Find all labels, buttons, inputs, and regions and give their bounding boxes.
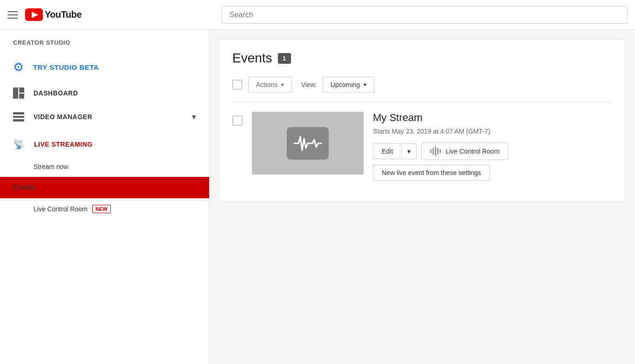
event-info: My Stream Starts May 23, 2019 at 4:07 AM… (373, 112, 612, 181)
edit-button[interactable]: Edit (373, 143, 401, 159)
live-control-room-label: Live Control Room (34, 205, 88, 213)
edit-label: Edit (382, 148, 393, 155)
events-toolbar: Actions ▾ View: Upcoming ▾ (232, 77, 612, 102)
event-actions: Edit ▾ (373, 142, 612, 160)
chevron-down-icon: ▾ (192, 112, 196, 122)
sidebar-item-beta-label: TRY STUDIO BETA (33, 63, 99, 71)
event-date: Starts May 23, 2019 at 4:07 AM (GMT-7) (373, 128, 612, 135)
waveform-icon (294, 134, 322, 153)
sidebar-dashboard-label: DASHBOARD (34, 89, 78, 97)
dashboard-icon (13, 88, 24, 99)
sidebar-section-title: CREATOR STUDIO (0, 39, 209, 54)
sidebar-live-streaming-label: LIVE STREAMING (34, 141, 93, 148)
sidebar-item-stream-now[interactable]: Stream now (0, 156, 209, 177)
main-content: Events 1 Actions ▾ View: Upcoming ▾ (209, 30, 635, 364)
edit-button-group: Edit ▾ (373, 143, 417, 159)
view-chevron-icon: ▾ (364, 81, 366, 88)
search-input[interactable] (222, 6, 628, 24)
edit-dropdown-button[interactable]: ▾ (401, 143, 417, 159)
sidebar-item-try-beta[interactable]: ⚙ TRY STUDIO BETA (0, 54, 209, 81)
body-area: CREATOR STUDIO ⚙ TRY STUDIO BETA DASHBOA… (0, 30, 635, 364)
video-manager-icon (13, 112, 24, 121)
events-label: Events (13, 183, 36, 192)
logo-link[interactable]: YouTube (25, 8, 81, 21)
stream-now-label: Stream now (34, 163, 68, 170)
actions-chevron-icon: ▾ (281, 81, 284, 88)
live-control-room-label: Live Control Room (446, 148, 500, 155)
sidebar-item-live-streaming[interactable]: 📡 LIVE STREAMING (0, 132, 209, 156)
hamburger-button[interactable] (7, 11, 18, 19)
youtube-wordmark: YouTube (45, 9, 81, 20)
sidebar-item-events[interactable]: Events (0, 177, 209, 198)
actions-button[interactable]: Actions ▾ (248, 77, 292, 93)
events-title: Events (232, 51, 272, 66)
upcoming-label: Upcoming (331, 81, 360, 88)
youtube-logo-icon (25, 8, 43, 21)
event-title: My Stream (373, 112, 612, 124)
new-live-event-button[interactable]: New live event from these settings (373, 165, 490, 181)
gear-icon: ⚙ (13, 60, 24, 74)
edit-chevron-icon: ▾ (407, 148, 411, 155)
select-all-checkbox[interactable] (232, 80, 243, 90)
live-control-icon (430, 147, 441, 156)
live-control-room-button[interactable]: Live Control Room (421, 142, 508, 160)
sidebar-item-video-manager[interactable]: VIDEO MANAGER ▾ (0, 105, 209, 128)
events-count-badge: 1 (278, 53, 291, 64)
view-label: View: (301, 81, 317, 88)
sidebar-video-manager-label: VIDEO MANAGER (34, 113, 92, 121)
sidebar-item-dashboard[interactable]: DASHBOARD (0, 81, 209, 105)
event-checkbox[interactable] (232, 115, 243, 126)
event-thumbnail (252, 112, 364, 175)
sidebar-item-live-control-room[interactable]: Live Control Room NEW (0, 198, 209, 220)
header: YouTube (0, 0, 635, 30)
event-thumb-inner (287, 127, 329, 160)
event-row: My Stream Starts May 23, 2019 at 4:07 AM… (232, 102, 612, 190)
actions-label: Actions (256, 81, 277, 88)
view-upcoming-button[interactable]: Upcoming ▾ (323, 77, 374, 93)
live-streaming-icon: 📡 (13, 139, 25, 150)
new-live-event-label: New live event from these settings (382, 169, 481, 176)
sidebar: CREATOR STUDIO ⚙ TRY STUDIO BETA DASHBOA… (0, 30, 209, 364)
events-card: Events 1 Actions ▾ View: Upcoming ▾ (219, 39, 626, 202)
new-badge: NEW (92, 205, 111, 213)
events-title-row: Events 1 (232, 51, 612, 66)
